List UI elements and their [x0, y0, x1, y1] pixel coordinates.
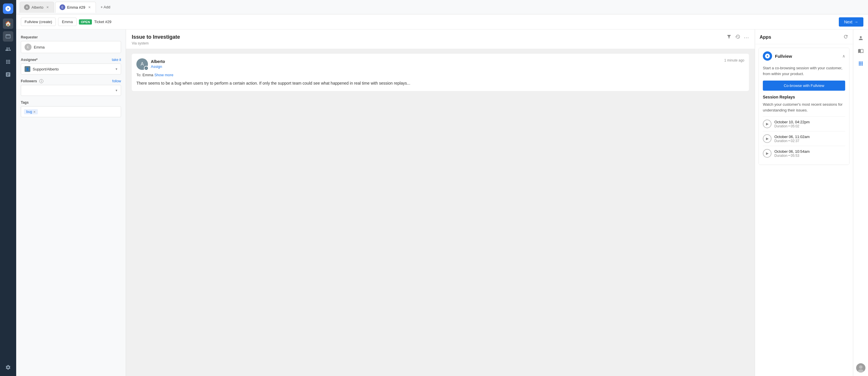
- replay-item-2[interactable]: ▶ October 06, 11:02am Duration • 02:37: [763, 131, 845, 146]
- messages-area: A ✓ Alberto Assign 1 minute ago To:: [126, 49, 755, 376]
- replay-duration-1: Duration • 05:02: [774, 124, 810, 128]
- message-card: A ✓ Alberto Assign 1 minute ago To:: [132, 54, 749, 91]
- user-avatar-image: [856, 363, 865, 373]
- replay-date-2: October 06, 11:02am: [774, 134, 810, 139]
- apps-header: Apps: [755, 29, 853, 44]
- replay-item-1[interactable]: ▶ October 10, 04:22pm Duration • 05:02: [763, 116, 845, 131]
- tab-emma29-close[interactable]: ✕: [87, 5, 92, 9]
- followers-label: Followers i follow: [21, 79, 121, 83]
- user-profile-icon[interactable]: [856, 33, 866, 43]
- tab-emma29[interactable]: E Emma #29 ✕: [55, 2, 96, 13]
- ticket-actions: ⋯: [726, 34, 749, 41]
- tab-alberto-avatar: A: [24, 4, 30, 10]
- requester-input[interactable]: E Emma: [21, 41, 121, 53]
- tag-chip-bug-close[interactable]: ✕: [33, 110, 35, 114]
- sidebar-item-home[interactable]: 🏠: [3, 19, 13, 29]
- fullview-logo-icon: [765, 53, 770, 59]
- tab-add-label: + Add: [100, 5, 111, 9]
- replay-item-3[interactable]: ▶ October 06, 10:54am Duration • 05:53: [763, 146, 845, 161]
- session-replays-title: Session Replays: [763, 95, 845, 99]
- tab-emma29-label: Emma #29: [67, 5, 85, 9]
- tab-alberto-label: Alberto: [31, 5, 43, 9]
- replay-play-icon-2[interactable]: ▶: [763, 134, 772, 143]
- replay-duration-2: Duration • 02:37: [774, 139, 810, 143]
- message-author-name: Alberto: [151, 59, 165, 64]
- assignee-select[interactable]: 👤 Support/Alberto ▾: [21, 64, 121, 74]
- agent-icon: 👤: [25, 66, 30, 72]
- tags-section: Tags bug ✕: [21, 100, 121, 117]
- followers-chevron-icon: ▾: [116, 88, 117, 92]
- fullview-header[interactable]: Fullview ∧: [759, 48, 849, 64]
- sidebar-item-settings[interactable]: [3, 362, 13, 373]
- apps-title: Apps: [760, 35, 771, 40]
- replay-date-3: October 06, 10:54am: [774, 149, 810, 154]
- ticket-header: Issue to Investigate Via system ⋯: [126, 29, 755, 49]
- followers-input[interactable]: ▾: [21, 85, 121, 96]
- tab-bar: A Alberto ✕ E Emma #29 ✕ + Add: [16, 0, 868, 14]
- status-badge-open: OPEN: [79, 19, 92, 25]
- sidebar-item-reports[interactable]: [3, 69, 13, 80]
- message-to-name: Emma: [143, 73, 154, 77]
- breadcrumb-emma[interactable]: Emma: [58, 18, 76, 26]
- ticket-subtitle: Via system: [132, 41, 180, 45]
- app-logo[interactable]: [3, 3, 13, 14]
- filter-icon[interactable]: [726, 34, 732, 41]
- message-body: There seems to be a bug when users try t…: [136, 80, 744, 86]
- next-button[interactable]: Next →: [839, 17, 863, 27]
- fullview-collapse-icon[interactable]: ∧: [842, 54, 845, 58]
- sidebar: 🏠: [0, 0, 16, 376]
- session-replays-description: Watch your customer's most recent sessio…: [763, 102, 845, 113]
- more-options-icon[interactable]: ⋯: [744, 34, 749, 41]
- breadcrumb-ticket: Ticket #29: [94, 20, 112, 24]
- replay-duration-3: Duration • 05:53: [774, 154, 810, 158]
- far-right-panel: [853, 29, 868, 376]
- cobrowse-button[interactable]: Co-browse with Fullview: [763, 81, 845, 91]
- tab-add[interactable]: + Add: [97, 3, 114, 11]
- fullview-section: Fullview ∧ Start a co-browsing session w…: [758, 48, 849, 165]
- fullview-logo: [763, 52, 772, 61]
- message-timestamp: 1 minute ago: [724, 58, 744, 62]
- apps-panel: Apps Fullview ∧: [755, 29, 853, 376]
- assignee-label: Assignee* take it: [21, 58, 121, 62]
- replay-date-1: October 10, 04:22pm: [774, 120, 810, 124]
- assignee-chevron-icon: ▾: [116, 67, 117, 71]
- history-icon[interactable]: [735, 34, 740, 41]
- fullview-description: Start a co-browsing session with your cu…: [763, 65, 845, 76]
- svg-point-1: [859, 365, 863, 369]
- fullview-name: Fullview: [775, 54, 792, 59]
- tab-alberto[interactable]: A Alberto ✕: [20, 2, 54, 13]
- next-arrow-icon: →: [854, 20, 858, 24]
- message-avatar-badge: ✓: [144, 66, 149, 70]
- follow-link[interactable]: follow: [112, 79, 121, 83]
- content-row: Requester E Emma Assignee* take it 👤 Sup…: [16, 29, 868, 376]
- replay-play-icon-3[interactable]: ▶: [763, 149, 772, 158]
- ticket-title: Issue to Investigate: [132, 34, 180, 40]
- breadcrumb-items: Fullview (create) Emma OPEN Ticket #29: [21, 18, 112, 26]
- breadcrumb-bar: Fullview (create) Emma OPEN Ticket #29 N…: [16, 14, 868, 29]
- book-icon[interactable]: [856, 45, 866, 56]
- main-wrapper: A Alberto ✕ E Emma #29 ✕ + Add Fullview …: [16, 0, 868, 376]
- tab-emma29-avatar: E: [60, 4, 65, 10]
- message-avatar: A ✓: [136, 58, 148, 70]
- sidebar-item-tickets[interactable]: [3, 31, 13, 41]
- breadcrumb-fullview-create[interactable]: Fullview (create): [21, 18, 56, 26]
- requester-label: Requester: [21, 35, 121, 39]
- tags-input[interactable]: bug ✕: [21, 106, 121, 117]
- left-panel: Requester E Emma Assignee* take it 👤 Sup…: [16, 29, 126, 376]
- fullview-body: Start a co-browsing session with your cu…: [759, 64, 849, 165]
- sidebar-item-users[interactable]: [3, 44, 13, 54]
- tab-alberto-close[interactable]: ✕: [45, 5, 50, 9]
- show-more-link[interactable]: Show more: [154, 73, 174, 77]
- sidebar-item-apps[interactable]: [3, 57, 13, 67]
- replay-play-icon-1[interactable]: ▶: [763, 120, 772, 128]
- middle-panel: Issue to Investigate Via system ⋯: [126, 29, 755, 376]
- tag-chip-bug: bug ✕: [24, 109, 38, 114]
- take-it-link[interactable]: take it: [112, 58, 121, 62]
- grid-apps-icon[interactable]: [856, 58, 866, 69]
- followers-info-icon: i: [39, 79, 43, 83]
- requester-avatar: E: [25, 43, 31, 51]
- user-avatar[interactable]: [856, 363, 865, 373]
- assign-link[interactable]: Assign: [151, 64, 162, 69]
- apps-refresh-icon[interactable]: [843, 34, 848, 40]
- logo-icon: [5, 5, 11, 12]
